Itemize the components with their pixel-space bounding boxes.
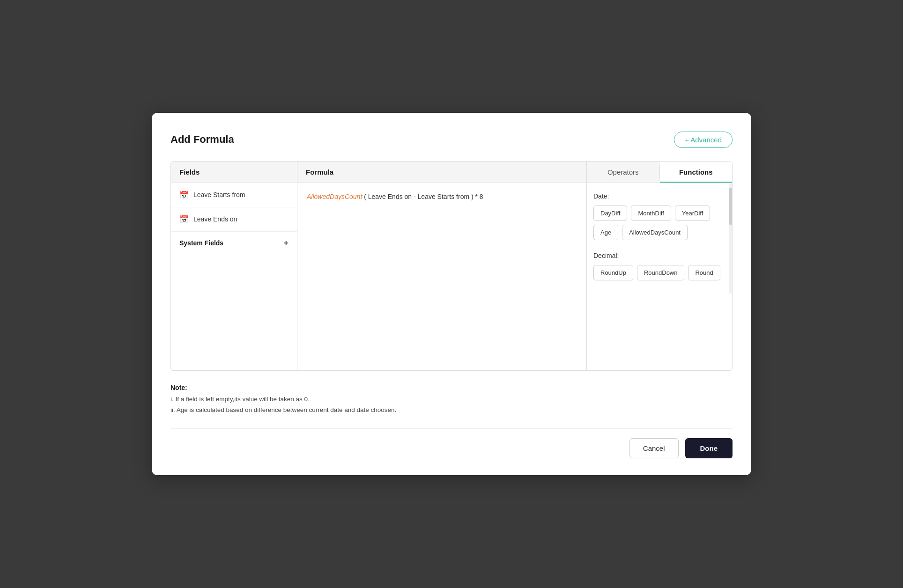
func-btn-alloweddayscount[interactable]: AllowedDaysCount (622, 225, 688, 240)
notes-title: Note: (170, 384, 733, 391)
field-label-leave-starts: Leave Starts from (193, 191, 245, 198)
fields-header: Fields (171, 162, 297, 183)
right-panel: Operators Functions Date: DayDiff MonthD… (587, 162, 732, 370)
advanced-button[interactable]: + Advanced (674, 132, 733, 148)
system-fields-row[interactable]: System Fields + (171, 232, 297, 255)
fields-column: Fields 📅 Leave Starts from 📅 Leave Ends … (171, 162, 297, 370)
done-button[interactable]: Done (685, 438, 733, 458)
notes-line2: ii. Age is calculated based on differenc… (170, 405, 733, 416)
functions-content: Date: DayDiff MonthDiff YearDiff Age All… (587, 183, 732, 294)
scrollbar-thumb (729, 188, 732, 225)
func-btn-yeardiff[interactable]: YearDiff (675, 206, 711, 221)
field-item-leave-starts[interactable]: 📅 Leave Starts from (171, 183, 297, 207)
decimal-section-label: Decimal: (593, 252, 725, 259)
modal: Add Formula + Advanced Fields 📅 Leave St… (152, 113, 751, 476)
modal-footer: Cancel Done (170, 428, 733, 458)
func-btn-age[interactable]: Age (593, 225, 618, 240)
calendar-icon: 📅 (179, 191, 189, 199)
tab-operators[interactable]: Operators (587, 162, 659, 183)
func-btn-monthdiff[interactable]: MonthDiff (631, 206, 671, 221)
date-buttons-group: DayDiff MonthDiff YearDiff Age AllowedDa… (593, 206, 725, 240)
tabs-row: Operators Functions (587, 162, 732, 183)
main-table: Fields 📅 Leave Starts from 📅 Leave Ends … (170, 161, 733, 371)
scrollbar-track[interactable] (729, 183, 732, 294)
field-item-leave-ends[interactable]: 📅 Leave Ends on (171, 207, 297, 232)
date-section-label: Date: (593, 192, 725, 200)
decimal-buttons-group: RoundUp RoundDown Round (593, 265, 725, 280)
func-btn-roundup[interactable]: RoundUp (593, 265, 633, 280)
notes-line1: i. If a field is left empty,its value wi… (170, 394, 733, 405)
system-fields-plus-icon[interactable]: + (283, 238, 289, 248)
notes-section: Note: i. If a field is left empty,its va… (170, 384, 733, 416)
formula-function-name: AllowedDaysCount (307, 193, 362, 200)
section-divider (593, 246, 725, 246)
system-fields-label: System Fields (179, 239, 223, 247)
func-btn-round[interactable]: Round (688, 265, 720, 280)
formula-content[interactable]: AllowedDaysCount ( Leave Ends on - Leave… (297, 183, 586, 370)
formula-expression: ( Leave Ends on - Leave Starts from ) * … (362, 193, 483, 200)
func-btn-daydiff[interactable]: DayDiff (593, 206, 627, 221)
tab-functions[interactable]: Functions (660, 162, 733, 183)
calendar-icon-2: 📅 (179, 215, 189, 224)
formula-header: Formula (297, 162, 586, 183)
formula-column: Formula AllowedDaysCount ( Leave Ends on… (297, 162, 587, 370)
modal-title: Add Formula (170, 133, 234, 146)
field-label-leave-ends: Leave Ends on (193, 215, 237, 223)
modal-header: Add Formula + Advanced (170, 132, 733, 148)
cancel-button[interactable]: Cancel (629, 438, 679, 458)
func-btn-rounddown[interactable]: RoundDown (637, 265, 685, 280)
